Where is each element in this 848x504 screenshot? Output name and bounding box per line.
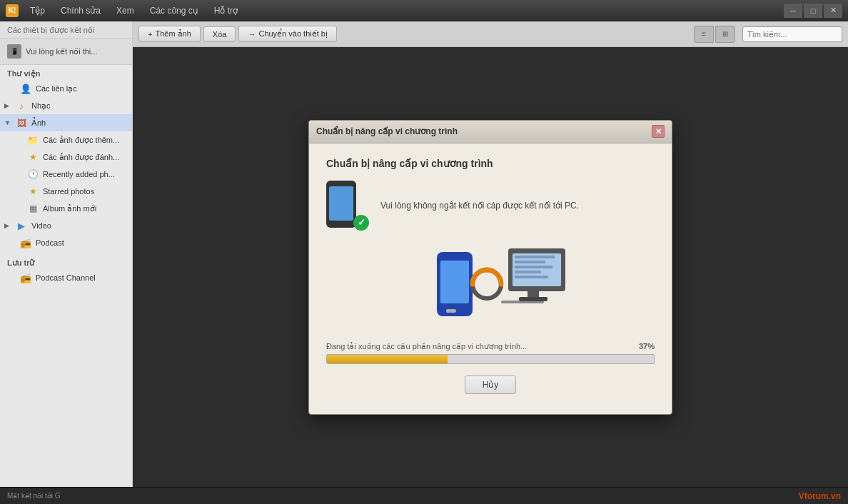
window-controls: ─ □ ✕	[784, 4, 842, 18]
transfer-button[interactable]: → Chuyển vào thiết bị	[238, 26, 337, 42]
phone-checkmark-icon: ✓	[326, 181, 369, 231]
progress-bar-background	[326, 354, 655, 364]
sidebar-label-music: Nhạc	[31, 101, 51, 111]
sidebar-library-title: Thư viện	[0, 65, 132, 80]
device-icon: 📱	[7, 44, 21, 59]
sidebar-item-contacts[interactable]: 👤 Các liên lạc	[0, 80, 132, 97]
sidebar-item-album[interactable]: ▦ Album ảnh mới	[0, 200, 132, 217]
sidebar-device-item[interactable]: 📱 Vui lòng kết nối thi...	[0, 39, 132, 65]
cancel-button[interactable]: Hủy	[465, 376, 517, 394]
sidebar-item-podcast-channel[interactable]: 📻 Podcast Channel	[0, 269, 132, 286]
toolbar: + Thêm ảnh Xóa → Chuyển vào thiết bị ≡ ⊞	[133, 21, 848, 47]
dialog-message: Vui lòng không ngắt kết nối cáp được kết…	[380, 199, 579, 212]
dialog-overlay: Chuẩn bị nâng cấp vi chương trình ✕ Chuẩ…	[133, 47, 848, 487]
arrow-music-icon: ▶	[4, 102, 11, 109]
sidebar-label-starred: Starred photos	[43, 187, 94, 196]
album-icon: ▦	[27, 203, 39, 214]
dialog-body: Chuẩn bị nâng cấp vi chương trình ✓ Vui …	[309, 143, 672, 414]
progress-percentage: 37%	[639, 342, 655, 351]
sidebar-label-contacts: Các liên lạc	[36, 84, 77, 94]
menu-file[interactable]: Tệp	[23, 3, 52, 19]
menu-tools[interactable]: Các công cụ	[143, 3, 206, 19]
contact-icon: 👤	[20, 83, 31, 94]
dialog-close-button[interactable]: ✕	[652, 125, 665, 138]
dialog-info-row: ✓ Vui lòng không ngắt kết nối cáp được k…	[326, 181, 655, 231]
sidebar-item-video[interactable]: ▶ ▶ Video	[0, 217, 132, 234]
arrow-video-icon: ▶	[4, 222, 11, 229]
status-text: Mất kết nối tới G	[7, 492, 61, 500]
sidebar-devices-title: Các thiết bị được kết nối	[0, 21, 132, 39]
photo-icon: 🖼	[16, 117, 27, 128]
content-area: Chuẩn bị nâng cấp vi chương trình ✕ Chuẩ…	[133, 47, 848, 487]
dialog-progress-section: Đang tải xuống các cấu phần nâng cấp vi …	[326, 342, 655, 364]
search-input[interactable]	[742, 26, 842, 42]
illus-computer	[505, 248, 569, 320]
sidebar-item-starred[interactable]: ★ Starred photos	[0, 183, 132, 200]
sidebar-label-podcast-channel: Podcast Channel	[36, 273, 96, 282]
dialog-illustration	[326, 245, 655, 331]
firmware-upgrade-dialog: Chuẩn bị nâng cấp vi chương trình ✕ Chuẩ…	[308, 120, 672, 415]
sidebar-item-photos[interactable]: ▼ 🖼 Ảnh	[0, 114, 132, 131]
music-icon: ♪	[16, 100, 27, 111]
dialog-title: Chuẩn bị nâng cấp vi chương trình	[316, 126, 458, 136]
video-icon: ▶	[16, 220, 27, 231]
illus-spinner	[469, 266, 505, 302]
add-photo-button[interactable]: + Thêm ảnh	[138, 26, 201, 42]
sidebar-label-album: Album ảnh mới	[43, 204, 96, 213]
podcast-channel-icon: 📻	[20, 272, 31, 283]
sidebar-label-podcast: Podcast	[36, 238, 64, 247]
progress-bar-fill	[327, 355, 448, 363]
close-button[interactable]: ✕	[824, 4, 842, 18]
sidebar-item-recently-added[interactable]: 🕐 Recently added ph...	[0, 166, 132, 183]
sidebar-storage-title: Lưu trữ	[0, 254, 132, 269]
view-toggle-group: ≡ ⊞	[694, 26, 735, 43]
sidebar-label-recently-added: Recently added ph...	[43, 170, 115, 178]
sidebar-label-added-photos: Các ảnh được thêm...	[43, 136, 119, 145]
main-layout: Các thiết bị được kết nối 📱 Vui lòng kết…	[0, 21, 848, 487]
status-bar-right: Vforum.vn	[799, 491, 841, 501]
sidebar-label-video: Video	[31, 221, 51, 230]
view-list-button[interactable]: ≡	[694, 26, 714, 43]
menu-help[interactable]: Hỗ trợ	[207, 3, 245, 19]
delete-button[interactable]: Xóa	[203, 26, 236, 42]
sidebar-item-podcast[interactable]: 📻 Podcast	[0, 234, 132, 251]
status-bar: Mất kết nối tới G Vforum.vn	[0, 487, 848, 504]
sidebar: Các thiết bị được kết nối 📱 Vui lòng kết…	[0, 21, 133, 487]
device-label: Vui lòng kết nối thi...	[26, 47, 97, 56]
arrow-photos-icon: ▼	[4, 119, 11, 126]
minimize-button[interactable]: ─	[784, 4, 802, 18]
sidebar-item-rated-photos[interactable]: ★ Các ảnh được đánh...	[0, 148, 132, 166]
sidebar-label-photos: Ảnh	[31, 119, 46, 128]
menu-view[interactable]: Xem	[109, 3, 141, 19]
recent-icon: 🕐	[27, 168, 39, 180]
sidebar-label-rated-photos: Các ảnh được đánh...	[43, 153, 119, 162]
title-bar: K! Tệp Chính sửa Xem Các công cụ Hỗ trợ …	[0, 0, 848, 21]
sidebar-item-added-photos[interactable]: 📁 Các ảnh được thêm...	[0, 131, 132, 148]
app-logo: K!	[6, 4, 19, 17]
sidebar-item-music[interactable]: ▶ ♪ Nhạc	[0, 97, 132, 114]
progress-label: Đang tải xuống các cấu phần nâng cấp vi …	[326, 342, 527, 351]
star-icon-rated: ★	[27, 151, 39, 163]
menu-edit[interactable]: Chính sửa	[54, 3, 108, 19]
add-photo-icon: +	[148, 30, 152, 39]
folder-icon: 📁	[27, 134, 39, 146]
dialog-footer: Hủy	[326, 364, 655, 400]
view-grid-button[interactable]: ⊞	[715, 26, 735, 43]
dialog-header-text: Chuẩn bị nâng cấp vi chương trình	[326, 158, 655, 169]
maximize-button[interactable]: □	[804, 4, 822, 18]
transfer-icon: →	[248, 30, 256, 39]
dialog-title-bar: Chuẩn bị nâng cấp vi chương trình ✕	[309, 121, 672, 143]
podcast-icon: 📻	[20, 237, 31, 248]
vforum-brand: Vforum.vn	[799, 491, 841, 501]
star-icon-starred: ★	[27, 186, 39, 197]
menu-bar: Tệp Chính sửa Xem Các công cụ Hỗ trợ	[23, 3, 245, 19]
